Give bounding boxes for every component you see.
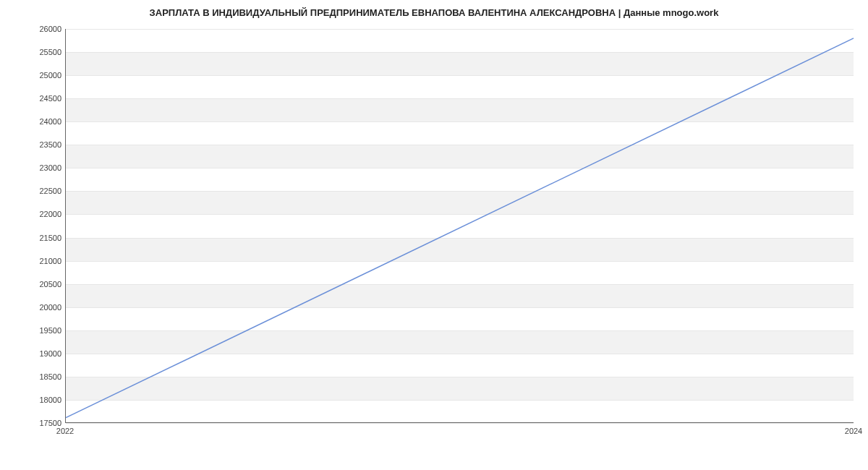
y-tick-label: 25000	[18, 71, 61, 80]
y-tick-label: 18000	[18, 396, 61, 404]
y-tick-label: 24500	[18, 94, 61, 103]
y-tick-label: 21500	[18, 234, 61, 242]
y-tick-label: 19000	[18, 349, 61, 358]
y-tick-label: 23000	[18, 163, 61, 172]
y-tick-label: 22500	[18, 187, 61, 195]
chart-title: ЗАРПЛАТА В ИНДИВИДУАЛЬНЫЙ ПРЕДПРИНИМАТЕЛ…	[0, 7, 868, 18]
y-tick-label: 24000	[18, 117, 61, 126]
chart-container: ЗАРПЛАТА В ИНДИВИДУАЛЬНЫЙ ПРЕДПРИНИМАТЕЛ…	[0, 0, 868, 470]
y-tick-label: 21000	[18, 257, 61, 265]
plot-area	[65, 29, 854, 423]
y-tick-label: 20000	[18, 303, 61, 312]
y-tick-label: 19500	[18, 326, 61, 335]
x-tick-label: 2024	[845, 427, 862, 435]
x-tick-label: 2022	[56, 427, 74, 435]
y-tick-label: 22000	[18, 210, 61, 218]
y-tick-label: 18500	[18, 372, 61, 381]
y-tick-label: 25500	[18, 48, 61, 56]
grid-line	[66, 423, 854, 424]
y-tick-label: 23500	[18, 140, 61, 149]
line-series-svg	[66, 29, 854, 422]
y-tick-label: 20500	[18, 280, 61, 289]
y-tick-label: 17500	[18, 419, 61, 427]
y-tick-label: 26000	[18, 25, 61, 33]
series-line	[66, 38, 854, 418]
